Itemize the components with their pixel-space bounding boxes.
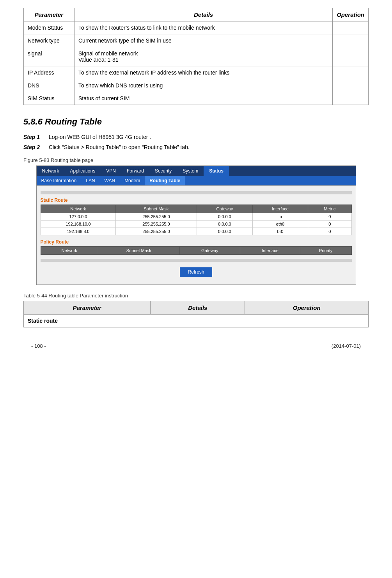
col-header-parameter: Parameter bbox=[24, 8, 74, 21]
param-cell: Network type bbox=[24, 34, 74, 47]
details-cell: Status of current SIM bbox=[74, 92, 333, 105]
static-route-section-cell: Static route bbox=[24, 315, 369, 327]
table-row: Modem StatusTo show the Router’s status … bbox=[24, 21, 369, 34]
bottom-parameter-table: Parameter Details Operation Static route bbox=[23, 301, 369, 327]
param-cell: Modem Status bbox=[24, 21, 74, 34]
sub-nav-item-base-information[interactable]: Base Information bbox=[37, 176, 82, 185]
refresh-button[interactable]: Refresh bbox=[180, 267, 212, 277]
static-route-col-header: Subnet Mask bbox=[116, 205, 197, 213]
sub-nav-item-modem[interactable]: Modem bbox=[120, 176, 145, 185]
step-2-text: Click “Status > Routing Table” to open “… bbox=[49, 144, 190, 150]
col-header-details: Details bbox=[74, 8, 333, 21]
router-ui-screenshot: NetworkApplicationsVPNForwardSecuritySys… bbox=[36, 165, 356, 285]
static-route-section-row: Static route bbox=[24, 315, 369, 327]
footer: - 108 - (2014-07-01) bbox=[23, 343, 369, 349]
table-row: SIM StatusStatus of current SIM bbox=[24, 92, 369, 105]
table-cell: lo bbox=[253, 213, 308, 221]
table-cell: eth0 bbox=[253, 221, 308, 228]
table-cell: 0.0.0.0 bbox=[197, 221, 252, 228]
table-cell: 127.0.0.0 bbox=[41, 213, 116, 221]
nav-item-system[interactable]: System bbox=[177, 166, 204, 176]
table-row: 192.168.10.0255.255.255.00.0.0.0eth00 bbox=[41, 221, 351, 228]
table-cell: 0 bbox=[308, 228, 351, 235]
router-content: Static Route NetworkSubnet MaskGatewayIn… bbox=[37, 186, 356, 285]
policy-route-col-header: Network bbox=[41, 247, 98, 255]
static-route-col-header: Interface bbox=[253, 205, 308, 213]
operation-cell bbox=[333, 66, 369, 79]
operation-cell bbox=[333, 79, 369, 92]
top-parameter-table: Parameter Details Operation Modem Status… bbox=[23, 8, 369, 105]
table-cell: 255.255.255.0 bbox=[116, 221, 197, 228]
details-cell: To show which DNS router is using bbox=[74, 79, 333, 92]
col-header-operation: Operation bbox=[333, 8, 369, 21]
bottom-col-header-parameter: Parameter bbox=[24, 301, 151, 315]
gray-separator-bottom bbox=[41, 259, 352, 262]
sub-nav-item-wan[interactable]: WAN bbox=[100, 176, 120, 185]
table-cell: 0.0.0.0 bbox=[197, 228, 252, 235]
nav-item-network[interactable]: Network bbox=[37, 166, 65, 176]
bottom-table-label: Table 5-44 Routing table Parameter instr… bbox=[23, 293, 369, 299]
table-row: 192.168.8.0255.255.255.00.0.0.0br00 bbox=[41, 228, 351, 235]
operation-cell bbox=[333, 47, 369, 66]
table-cell: br0 bbox=[253, 228, 308, 235]
static-route-table: NetworkSubnet MaskGatewayInterfaceMetric… bbox=[41, 205, 352, 235]
nav-item-forward[interactable]: Forward bbox=[121, 166, 149, 176]
policy-route-col-header: Priority bbox=[300, 247, 351, 255]
sub-nav-item-lan[interactable]: LAN bbox=[81, 176, 99, 185]
figure-label: Figure 5-83 Routing table page bbox=[23, 157, 369, 163]
table-row: DNSTo show which DNS router is using bbox=[24, 79, 369, 92]
section-heading: 5.8.6 Routing Table bbox=[23, 117, 369, 127]
table-cell: 255.255.255.0 bbox=[116, 213, 197, 221]
footer-date: (2014-07-01) bbox=[332, 343, 361, 349]
static-route-col-header: Metric bbox=[308, 205, 351, 213]
nav-bar: NetworkApplicationsVPNForwardSecuritySys… bbox=[37, 166, 356, 176]
bottom-col-header-operation: Operation bbox=[245, 301, 369, 315]
policy-route-col-header: Interface bbox=[240, 247, 300, 255]
step-1-text: Log-on WEB GUI of H8951 3G 4G router . bbox=[49, 134, 151, 140]
param-cell: signal bbox=[24, 47, 74, 66]
sub-nav-item-routing-table[interactable]: Routing Table bbox=[145, 176, 185, 185]
details-cell: To show the external network IP address … bbox=[74, 66, 333, 79]
policy-route-col-header: Subnet Mask bbox=[98, 247, 179, 255]
step-2: Step 2 Click “Status > Routing Table” to… bbox=[23, 144, 369, 150]
policy-route-col-header: Gateway bbox=[179, 247, 240, 255]
policy-route-table: NetworkSubnet MaskGatewayInterfacePriori… bbox=[41, 246, 352, 255]
nav-item-vpn[interactable]: VPN bbox=[101, 166, 121, 176]
details-cell: Signal of mobile networkValue area: 1-31 bbox=[74, 47, 333, 66]
details-cell: Current network type of the SIM in use bbox=[74, 34, 333, 47]
param-cell: DNS bbox=[24, 79, 74, 92]
operation-cell bbox=[333, 92, 369, 105]
nav-item-security[interactable]: Security bbox=[149, 166, 177, 176]
operation-cell bbox=[333, 21, 369, 34]
table-cell: 0 bbox=[308, 221, 351, 228]
step-1: Step 1 Log-on WEB GUI of H8951 3G 4G rou… bbox=[23, 134, 369, 140]
sub-nav: Base InformationLANWANModemRouting Table bbox=[37, 176, 356, 186]
details-cell: To show the Router’s status to link to t… bbox=[74, 21, 333, 34]
table-cell: 0 bbox=[308, 213, 351, 221]
table-row: signalSignal of mobile networkValue area… bbox=[24, 47, 369, 66]
refresh-area: Refresh bbox=[41, 263, 352, 281]
table-cell: 255.255.255.0 bbox=[116, 228, 197, 235]
nav-item-applications[interactable]: Applications bbox=[65, 166, 101, 176]
step-1-label: Step 1 bbox=[23, 134, 49, 140]
param-cell: IP Address bbox=[24, 66, 74, 79]
static-route-label: Static Route bbox=[41, 197, 352, 203]
param-cell: SIM Status bbox=[24, 92, 74, 105]
table-row: IP AddressTo show the external network I… bbox=[24, 66, 369, 79]
policy-route-label: Policy Route bbox=[41, 239, 352, 245]
step-2-label: Step 2 bbox=[23, 144, 49, 150]
nav-item-status[interactable]: Status bbox=[204, 166, 229, 176]
static-route-col-header: Network bbox=[41, 205, 116, 213]
table-cell: 0.0.0.0 bbox=[197, 213, 252, 221]
gray-separator-top bbox=[41, 191, 352, 194]
table-row: 127.0.0.0255.255.255.00.0.0.0lo0 bbox=[41, 213, 351, 221]
page-number: - 108 - bbox=[31, 343, 46, 349]
table-cell: 192.168.8.0 bbox=[41, 228, 116, 235]
operation-cell bbox=[333, 34, 369, 47]
table-cell: 192.168.10.0 bbox=[41, 221, 116, 228]
table-row: Network typeCurrent network type of the … bbox=[24, 34, 369, 47]
static-route-col-header: Gateway bbox=[197, 205, 252, 213]
bottom-col-header-details: Details bbox=[151, 301, 245, 315]
